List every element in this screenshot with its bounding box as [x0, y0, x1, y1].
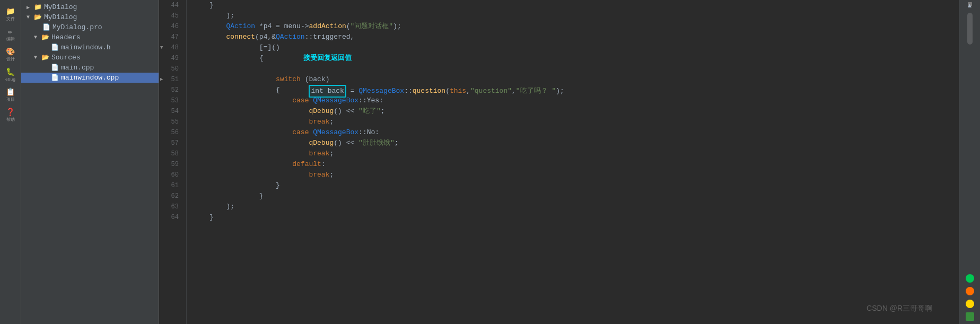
- code-line-46: QAction *p4 = menu->addAction("问题对话框");: [187, 21, 959, 32]
- code-line-57: qDebug() << "肚肚饿饿";: [187, 138, 959, 148]
- edit-label: 编辑: [6, 37, 15, 41]
- folder-open-icon: 📂: [34, 13, 42, 21]
- tree-item-headers[interactable]: ▼ 📂 Headers: [21, 32, 159, 42]
- line-63: 63: [159, 202, 182, 212]
- line-52: 52: [159, 85, 182, 95]
- design-label: 设计: [6, 57, 15, 62]
- tree-item-sources[interactable]: ▼ 📂 Sources: [21, 52, 159, 63]
- code-line-62: }: [187, 191, 959, 202]
- line-58: 58: [159, 148, 182, 159]
- tree-item-mainwindowcpp[interactable]: 📄 mainwindow.cpp: [21, 73, 159, 83]
- debug-label: ebug: [5, 77, 15, 82]
- tree-item-mainwindowh[interactable]: 📄 mainwindow.h: [21, 42, 159, 52]
- file-tree-panel: ▶ 📁 MyDialog ▼ 📂 MyDialog 📄 MyDialog.pro…: [21, 0, 159, 324]
- scrollbar-thumb[interactable]: [967, 13, 973, 45]
- folder-name: Headers: [51, 33, 81, 41]
- line-49: 49: [159, 53, 182, 64]
- expand-arrow: ▼: [27, 14, 34, 20]
- file-icon: 📄: [42, 23, 50, 31]
- code-line-58: break;: [187, 148, 959, 159]
- code-content[interactable]: } ); QAction *p4 = menu->addAction("问题对话…: [187, 0, 959, 324]
- tree-item-mydialog-expanded[interactable]: ▼ 📂 MyDialog: [21, 12, 159, 22]
- scrollbar-track[interactable]: [967, 7, 973, 270]
- file-icon: 📄: [51, 43, 59, 51]
- code-line-59: default:: [187, 159, 959, 170]
- code-line-54: qDebug() << "吃了";: [187, 106, 959, 117]
- line-46: 46: [159, 21, 182, 32]
- line-51: 51: [159, 74, 182, 85]
- line-64: 64: [159, 212, 182, 223]
- code-line-47: connect(p4,&QAction::triggered,: [187, 32, 959, 42]
- code-container[interactable]: 44 45 46 47 48 49 50 51 52 53 54 55 56 5…: [159, 0, 959, 324]
- folder-icon: 📂: [41, 33, 49, 41]
- line-61: 61: [159, 180, 182, 191]
- sidebar-icon-file[interactable]: 📁 文件: [1, 4, 20, 23]
- right-panel: ▲: [959, 0, 980, 324]
- tree-item-mydialog-collapsed[interactable]: ▶ 📁 MyDialog: [21, 2, 159, 12]
- line-45: 45: [159, 11, 182, 21]
- tree-item-maincpp[interactable]: 📄 main.cpp: [21, 63, 159, 73]
- line-54: 54: [159, 106, 182, 117]
- folder-icon: 📁: [34, 3, 42, 11]
- code-line-48: [=](): [187, 42, 959, 53]
- sources-folder-name: Sources: [51, 54, 81, 62]
- editor-area: 44 45 46 47 48 49 50 51 52 53 54 55 56 5…: [159, 0, 959, 324]
- expand-arrow: ▼: [34, 34, 41, 40]
- sidebar-icon-project[interactable]: 📋 项目: [1, 85, 20, 104]
- folder-name: MyDialog: [44, 3, 77, 11]
- line-numbers: 44 45 46 47 48 49 50 51 52 53 54 55 56 5…: [159, 0, 187, 324]
- sidebar-icon-debug[interactable]: 🐛 ebug: [1, 65, 20, 84]
- code-line-53: case QMessageBox::Yes:: [187, 95, 959, 106]
- line-55: 55: [159, 117, 182, 127]
- indicator-dark-green: [966, 312, 974, 321]
- indicator-orange: [966, 287, 974, 295]
- watermark: CSDN @R三哥哥啊: [867, 304, 932, 313]
- file-icon: 📄: [51, 74, 59, 82]
- indicator-green: [966, 274, 974, 283]
- file-name: main.cpp: [61, 64, 94, 72]
- sidebar-icons-panel: 📁 文件 ✏️ 编辑 🎨 设计 🐛 ebug 📋 项目 ❓ 帮助: [0, 0, 21, 324]
- folder-icon: 📂: [41, 54, 49, 62]
- line-57: 57: [159, 138, 182, 148]
- debug-icon: 🐛: [6, 67, 15, 76]
- code-line-45: );: [187, 11, 959, 21]
- code-line-63: );: [187, 202, 959, 212]
- line-48: 48: [159, 42, 182, 53]
- project-label: 项目: [6, 98, 15, 102]
- expand-arrow: ▼: [34, 55, 41, 60]
- code-line-50: 接受回复返回值 int back = QMessageBox::question…: [187, 64, 959, 74]
- scroll-up-arrow[interactable]: ▲: [968, 2, 972, 6]
- line-56: 56: [159, 127, 182, 138]
- line-50: 50: [159, 64, 182, 74]
- file-label: 文件: [6, 17, 15, 21]
- line-53: 53: [159, 95, 182, 106]
- line-47: 47: [159, 32, 182, 42]
- code-line-51: switch (back): [187, 74, 959, 85]
- code-line-44: }: [187, 0, 959, 11]
- sidebar-icon-help[interactable]: ❓ 帮助: [1, 105, 20, 124]
- design-icon: 🎨: [6, 47, 15, 56]
- sidebar-icon-design[interactable]: 🎨 设计: [1, 45, 20, 64]
- file-icon: 📁: [6, 6, 15, 16]
- line-62: 62: [159, 191, 182, 202]
- code-line-55: break;: [187, 117, 959, 127]
- code-line-52: {: [187, 85, 959, 95]
- project-icon: 📋: [6, 87, 15, 97]
- code-line-56: case QMessageBox::No:: [187, 127, 959, 138]
- code-line-49: {: [187, 53, 959, 64]
- help-icon: ❓: [6, 107, 15, 117]
- sidebar-icon-edit[interactable]: ✏️ 编辑: [1, 24, 20, 43]
- code-line-61: }: [187, 180, 959, 191]
- file-name: MyDialog.pro: [52, 23, 102, 31]
- line-59: 59: [159, 159, 182, 170]
- line-44: 44: [159, 0, 182, 11]
- right-panel-indicators: [965, 271, 975, 324]
- tooltip-label: 接受回复返回值: [303, 53, 352, 64]
- code-line-64: }: [187, 212, 959, 223]
- tree-item-mydialogpro[interactable]: 📄 MyDialog.pro: [21, 22, 159, 32]
- file-icon: 📄: [51, 64, 59, 72]
- file-name: mainwindow.h: [61, 43, 111, 51]
- line-60: 60: [159, 170, 182, 180]
- edit-icon: ✏️: [6, 27, 15, 36]
- code-line-60: break;: [187, 170, 959, 180]
